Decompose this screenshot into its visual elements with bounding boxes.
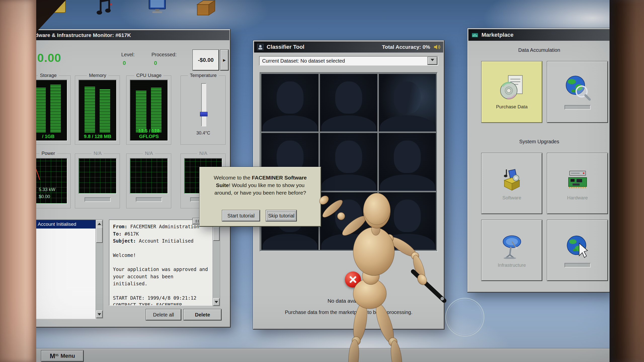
dropdown-button[interactable] bbox=[428, 57, 437, 65]
message-body-2: Your application was approved and your a… bbox=[113, 266, 209, 287]
marketplace-titlebar[interactable]: Marketplace bbox=[468, 29, 610, 41]
temperature-label: Temperature bbox=[188, 73, 219, 78]
cd-document-icon bbox=[499, 74, 525, 101]
monitor-bezel-left bbox=[0, 0, 36, 362]
message-body-1: Welcome! bbox=[113, 252, 209, 259]
delete-all-button[interactable]: Delete all bbox=[146, 309, 181, 320]
cpu-label: CPU Usage bbox=[134, 73, 164, 78]
classifier-icon bbox=[257, 44, 264, 50]
tile-progress-bar bbox=[565, 105, 591, 110]
head-silhouette-icon bbox=[394, 81, 421, 114]
meter-na-1-graph bbox=[78, 158, 117, 194]
menu-label: Menu bbox=[61, 353, 75, 359]
classifier-title: Classifier Tool bbox=[267, 44, 304, 50]
inbox-scroll-up[interactable] bbox=[96, 220, 103, 228]
shoulders-silhouette-icon bbox=[380, 174, 435, 191]
infrastructure-tile[interactable]: Infrastructure bbox=[481, 220, 542, 281]
arrow-down-icon bbox=[215, 301, 218, 305]
network-tile[interactable] bbox=[547, 220, 608, 281]
meter-na-1: N/A bbox=[75, 154, 120, 209]
rate-button[interactable]: -$0.00 bbox=[193, 50, 219, 70]
memory-label: Memory bbox=[87, 73, 108, 78]
taskbar: M95 Menu bbox=[36, 349, 610, 362]
message-scroll-down[interactable] bbox=[213, 298, 220, 306]
face-slot bbox=[261, 74, 318, 131]
power-reading-kw: 5.33 kW bbox=[39, 187, 55, 192]
software-box-icon bbox=[499, 166, 525, 192]
monitor-titlebar[interactable]: Hardware & Infrastructure Monitor: #617K bbox=[23, 30, 229, 40]
globe-cursor-icon bbox=[564, 233, 591, 259]
inbox-item[interactable]: Account Initialised bbox=[36, 220, 96, 229]
monitor-window: Hardware & Infrastructure Monitor: #617K… bbox=[22, 29, 230, 327]
scrape-data-tile[interactable] bbox=[547, 61, 608, 123]
balance-value: 0.00 bbox=[37, 51, 61, 65]
skip-tutorial-button[interactable]: Skip tutorial bbox=[266, 210, 297, 221]
message-body-4: CONTRACT TYPE: FACEMINER bbox=[113, 301, 209, 306]
desktop-icon-music[interactable] bbox=[93, 0, 115, 21]
meter-na-2: N/A bbox=[126, 154, 172, 209]
inbox-scroll-thumb[interactable] bbox=[96, 227, 103, 243]
shoulders-silhouette-icon bbox=[380, 115, 435, 131]
desktop-icon-computer[interactable] bbox=[146, 0, 169, 21]
meter-na-1-label: N/A bbox=[92, 151, 104, 156]
speaker-icon[interactable] bbox=[433, 44, 440, 50]
start-tutorial-button[interactable]: Start tutorial bbox=[222, 210, 260, 221]
face-slot bbox=[379, 74, 436, 131]
desktop-icon-box[interactable] bbox=[194, 0, 217, 21]
level-value: 0 bbox=[123, 60, 126, 66]
satellite-dish-icon bbox=[499, 233, 525, 259]
inbox-listbox: Account Initialised bbox=[35, 219, 97, 319]
shoulders-silhouette-icon bbox=[380, 234, 435, 250]
face-slot bbox=[320, 192, 377, 250]
monitor-bezel-right bbox=[610, 0, 644, 362]
box-icon bbox=[194, 0, 217, 21]
meter-na-3-label: N/A bbox=[197, 151, 209, 156]
meter-na-2-bar bbox=[136, 197, 162, 202]
cpu-lcd: 12.5 / 128 GFLOPS bbox=[130, 80, 168, 141]
tutorial-text: Welcome to the FACEMINER Software Suite!… bbox=[207, 174, 314, 196]
face-slot bbox=[379, 192, 436, 250]
marketplace-title: Marketplace bbox=[481, 32, 513, 38]
grip-icon bbox=[196, 220, 197, 223]
grip-icon bbox=[198, 220, 199, 223]
music-note-icon bbox=[93, 0, 115, 21]
software-tile[interactable]: Software bbox=[481, 153, 542, 214]
shoulders-silhouette-icon bbox=[321, 115, 376, 131]
chevron-down-icon bbox=[431, 59, 434, 63]
classifier-titlebar[interactable]: Classifier Tool Total Accuracy: 0% bbox=[254, 41, 443, 53]
temperature-thumb[interactable] bbox=[200, 112, 208, 116]
tutorial-dialog: Welcome to the FACEMINER Software Suite!… bbox=[199, 167, 321, 227]
purchase-data-tile[interactable]: Purchase Data bbox=[481, 61, 542, 123]
delete-button[interactable]: Delete bbox=[184, 309, 221, 320]
cpu-value: 12.5 / 128 GFLOPS bbox=[130, 128, 168, 139]
hardware-label: Hardware bbox=[567, 195, 588, 201]
inbox-scroll-down[interactable] bbox=[96, 310, 103, 318]
dataset-dropdown[interactable]: Current Dataset: No dataset selected bbox=[259, 56, 438, 66]
message-subject-line: Subject: Account Initialised bbox=[113, 237, 209, 245]
inbox-scrollbar[interactable] bbox=[96, 219, 103, 319]
computer-icon bbox=[146, 0, 169, 21]
level-label: Level: bbox=[121, 52, 135, 58]
meter-na-1-bar bbox=[85, 197, 111, 202]
power-reading-cost: $0.00 bbox=[39, 194, 50, 199]
hardware-tile[interactable]: Hardware bbox=[547, 153, 608, 214]
tile-progress-bar bbox=[565, 263, 591, 267]
memory-value: 9.8 / 128 MB bbox=[79, 134, 116, 139]
face-slot bbox=[320, 74, 377, 131]
cpu-gauge: CPU Usage 12.5 / 128 GFLOPS bbox=[126, 76, 172, 145]
temperature-track[interactable] bbox=[201, 83, 206, 126]
head-silhouette-icon bbox=[276, 81, 303, 114]
message-scroll-thumb[interactable] bbox=[213, 227, 220, 241]
face-slot bbox=[320, 133, 377, 191]
head-silhouette-icon bbox=[335, 200, 362, 232]
temperature-gauge: Temperature 30.4°C bbox=[181, 76, 226, 145]
menu-button[interactable]: M95 Menu bbox=[41, 350, 84, 361]
shoulders-silhouette-icon bbox=[263, 115, 317, 131]
message-scrollbar[interactable] bbox=[213, 219, 220, 306]
status-title: No data available! bbox=[254, 298, 444, 304]
error-icon bbox=[345, 272, 361, 288]
storage-label: Storage bbox=[38, 73, 59, 78]
expand-arrow-button[interactable]: ▶ bbox=[220, 50, 228, 70]
shoulders-silhouette-icon bbox=[321, 234, 376, 250]
circuit-board-icon bbox=[565, 166, 591, 192]
